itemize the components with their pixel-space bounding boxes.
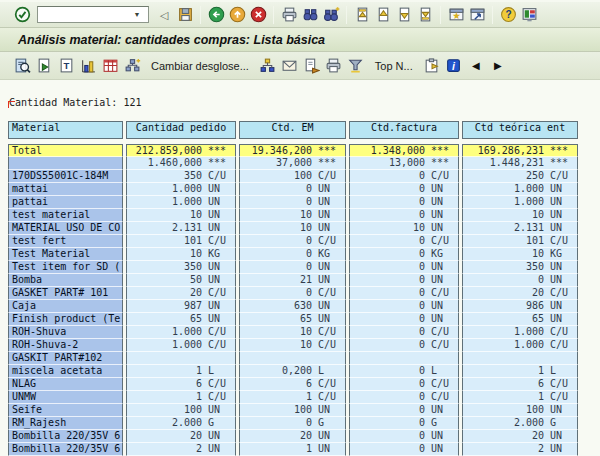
value-cell[interactable]: 0G (349, 417, 459, 430)
value-cell[interactable]: 10C/U (239, 339, 346, 352)
prev-icon[interactable]: ◀ (467, 57, 485, 75)
material-cell[interactable]: 170DS55001C-184M (8, 170, 123, 183)
material-cell[interactable]: RM_Rajesh (8, 417, 123, 430)
find-next-icon[interactable] (322, 6, 340, 24)
value-cell[interactable]: 1.000C/U (126, 326, 236, 339)
value-cell[interactable]: 0UN (349, 300, 459, 313)
value-cell[interactable]: 65UN (126, 313, 236, 326)
material-cell[interactable]: test material (8, 209, 123, 222)
back-icon[interactable] (207, 6, 225, 24)
material-cell[interactable]: pattai (8, 196, 123, 209)
value-cell[interactable]: 101C/U (126, 235, 236, 248)
value-cell[interactable]: 37,000*** (239, 157, 346, 170)
value-cell[interactable]: 1L (462, 365, 578, 378)
value-cell[interactable]: 6C/U (239, 378, 346, 391)
material-cell[interactable]: miscela acetata (8, 365, 123, 378)
value-cell[interactable]: 1.000UN (462, 183, 578, 196)
value-cell[interactable] (126, 352, 236, 365)
material-cell[interactable]: Bombilla 220/35V 6 (8, 430, 123, 443)
value-cell[interactable]: 1C/U (462, 391, 578, 404)
exit-icon[interactable] (228, 6, 246, 24)
value-cell[interactable]: 1.000UN (126, 183, 236, 196)
value-cell[interactable]: 250C/U (462, 170, 578, 183)
print-icon[interactable] (280, 6, 298, 24)
material-cell[interactable]: mattai (8, 183, 123, 196)
value-cell[interactable]: 10UN (462, 209, 578, 222)
column-header-cantidad-pedido[interactable]: Cantidad pedido (126, 121, 236, 139)
value-cell[interactable]: 1.348,000*** (349, 144, 459, 157)
page-down-icon[interactable] (395, 6, 413, 24)
value-cell[interactable]: 0UN (239, 261, 346, 274)
shortcut-icon[interactable] (468, 6, 486, 24)
value-cell[interactable]: 21UN (239, 274, 346, 287)
material-cell[interactable]: MATERIAL USO DE CO (8, 222, 123, 235)
material-cell[interactable]: Caja (8, 300, 123, 313)
material-cell[interactable]: GASKET PART# 101 (8, 287, 123, 300)
value-cell[interactable]: 101C/U (462, 235, 578, 248)
comparison-icon[interactable] (123, 57, 141, 75)
value-cell[interactable]: 0C/U (349, 339, 459, 352)
call-report-icon[interactable] (35, 57, 53, 75)
material-cell[interactable]: Test item for SD ( (8, 261, 123, 274)
value-cell[interactable]: 1.000C/U (462, 326, 578, 339)
value-cell[interactable]: 0C/U (349, 391, 459, 404)
value-cell[interactable]: 1.000C/U (462, 339, 578, 352)
value-cell[interactable]: 0UN (349, 209, 459, 222)
value-cell[interactable]: 100UN (239, 404, 346, 417)
value-cell[interactable]: 2.000G (462, 417, 578, 430)
info-icon[interactable]: i (445, 57, 463, 75)
command-dropdown-icon[interactable]: ▼ (130, 11, 144, 18)
master-data-icon[interactable]: T (57, 57, 75, 75)
value-cell[interactable]: 100C/U (239, 170, 346, 183)
value-cell[interactable]: 0UN (349, 313, 459, 326)
material-cell[interactable]: ROH-Shuva-2 (8, 339, 123, 352)
material-cell[interactable]: ROH-Shuva (8, 326, 123, 339)
material-cell[interactable]: test fert (8, 235, 123, 248)
value-cell[interactable] (239, 352, 346, 365)
material-cell[interactable]: NLAG (8, 378, 123, 391)
send-icon[interactable] (281, 57, 299, 75)
value-cell[interactable]: 1.000UN (126, 196, 236, 209)
value-cell[interactable]: 6C/U (126, 378, 236, 391)
value-cell[interactable]: 1.000C/U (126, 339, 236, 352)
command-field[interactable]: ▼ (37, 6, 149, 23)
details-icon[interactable] (13, 57, 31, 75)
value-cell[interactable]: 2.131UN (126, 222, 236, 235)
material-cell[interactable]: Seife (8, 404, 123, 417)
value-cell[interactable]: 1.460,000*** (126, 157, 236, 170)
graphics-icon[interactable] (79, 57, 97, 75)
enter-icon[interactable] (13, 6, 31, 24)
value-cell[interactable]: 0KG (239, 248, 346, 261)
value-cell[interactable]: 1L (126, 365, 236, 378)
value-cell[interactable]: 0UN (349, 261, 459, 274)
collapse-command-icon[interactable]: ◁ (155, 6, 173, 24)
first-page-icon[interactable] (353, 6, 371, 24)
value-cell[interactable]: 2.000G (126, 417, 236, 430)
value-cell[interactable]: 0UN (462, 274, 578, 287)
value-cell[interactable]: 0C/U (349, 170, 459, 183)
value-cell[interactable]: 2UN (462, 443, 578, 456)
customize-icon[interactable] (520, 6, 538, 24)
value-cell[interactable]: 1C/U (126, 391, 236, 404)
value-cell[interactable]: 0UN (349, 274, 459, 287)
material-cell[interactable]: GASKIT PART#102 (8, 352, 123, 365)
time-series-icon[interactable] (101, 57, 119, 75)
value-cell[interactable]: 50UN (126, 274, 236, 287)
value-cell[interactable]: 1.000UN (462, 196, 578, 209)
value-cell[interactable]: 20C/U (126, 287, 236, 300)
value-cell[interactable]: 0UN (349, 404, 459, 417)
value-cell[interactable]: 100UN (462, 404, 578, 417)
value-cell[interactable]: 65UN (239, 313, 346, 326)
material-cell[interactable]: Total (8, 144, 123, 157)
value-cell[interactable]: 0C/U (349, 287, 459, 300)
material-cell[interactable]: Bomba (8, 274, 123, 287)
value-cell[interactable]: 10UN (239, 209, 346, 222)
value-cell[interactable]: 0UN (239, 196, 346, 209)
column-header-ctd-factura[interactable]: Ctd.factura (349, 121, 459, 139)
value-cell[interactable]: 0G (239, 417, 346, 430)
value-cell[interactable]: 20UN (126, 430, 236, 443)
value-cell[interactable]: 65UN (462, 313, 578, 326)
value-cell[interactable]: 0C/U (239, 235, 346, 248)
value-cell[interactable]: 630UN (239, 300, 346, 313)
value-cell[interactable]: 0KG (349, 248, 459, 261)
